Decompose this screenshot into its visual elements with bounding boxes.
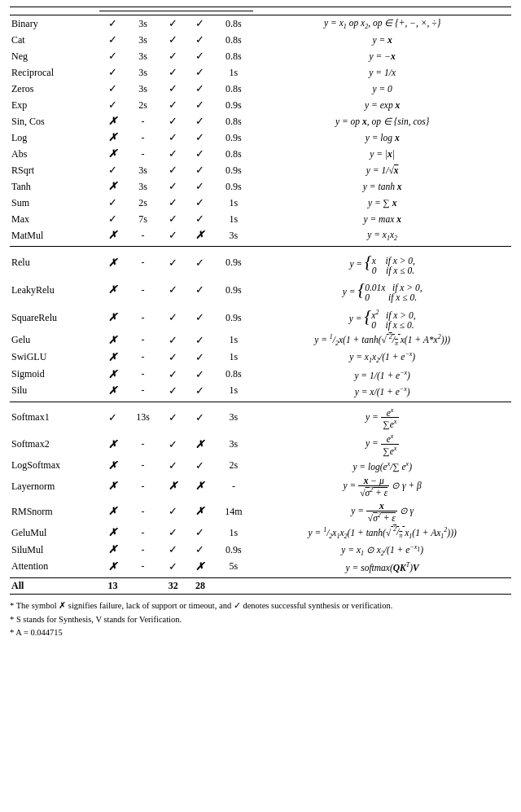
oa-v-cell: ✓ — [186, 349, 213, 366]
kernel-cell: Softmax1 — [10, 402, 99, 431]
formula-cell: y = {0.01x if x > 0,0 if x ≤ 0. — [253, 277, 511, 304]
ts-time-cell: 3s — [126, 178, 160, 195]
total-oa-v: 28 — [186, 577, 213, 594]
column-headers — [10, 7, 511, 11]
oa-v-cell: ✓ — [186, 81, 213, 97]
kernel-cell: Log — [10, 129, 99, 146]
table-row: Max ✓ 7s ✓ ✓ 1s y = max x — [10, 211, 511, 227]
ts-time-cell: - — [126, 331, 160, 349]
oa-s-cell: ✓ — [160, 559, 186, 578]
table-row: Log ✗ - ✓ ✓ 0.9s y = log x — [10, 129, 511, 146]
oa-time-cell: 1s — [214, 525, 254, 542]
oa-v-cell: ✗ — [186, 499, 213, 525]
ts-sv-cell: ✗ — [99, 113, 126, 129]
ts-time-cell: 3s — [126, 162, 160, 178]
ts-sv-cell: ✗ — [99, 499, 126, 525]
ts-sv-cell: ✗ — [99, 129, 126, 146]
footnote-2: * S stands for Synthesis, V stands for V… — [10, 613, 511, 626]
table-row: SquareRelu ✗ - ✓ ✓ 0.9s y = {x2 if x > 0… — [10, 304, 511, 331]
formula-cell: y = max x — [253, 211, 511, 227]
oa-time-cell: 1s — [214, 331, 254, 349]
total-ts-count: 13 — [99, 577, 126, 594]
formula-cell: y = x1x2 — [253, 227, 511, 247]
table-row: Zeros ✓ 3s ✓ ✓ 0.8s y = 0 — [10, 81, 511, 97]
ts-sv-cell: ✗ — [99, 431, 126, 458]
oa-v-cell: ✓ — [186, 402, 213, 431]
kernel-cell: Tanh — [10, 178, 99, 195]
kernel-cell: Sin, Cos — [10, 113, 99, 129]
formula-cell: y = tanh x — [253, 178, 511, 195]
ts-time-cell: 3s — [126, 15, 160, 33]
ts-sv-cell: ✓ — [99, 48, 126, 64]
oa-v-cell: ✓ — [186, 15, 213, 33]
oa-s-cell: ✓ — [160, 227, 186, 247]
total-oa-time — [214, 577, 254, 594]
oa-time-cell: 5s — [214, 559, 254, 578]
table-row: Exp ✓ 2s ✓ ✓ 0.9s y = exp x — [10, 97, 511, 113]
ts-time-cell: - — [126, 383, 160, 402]
oa-s-cell: ✓ — [160, 195, 186, 211]
table-row: SwiGLU ✗ - ✓ ✓ 1s y = x1x2/(1 + e−x) — [10, 349, 511, 366]
formula-cell: y = x − μ√σ2 + ε ⊙ γ + β — [253, 474, 511, 499]
oa-time-cell: 3s — [214, 431, 254, 458]
ts-time-cell: - — [126, 559, 160, 578]
ts-sv-cell: ✓ — [99, 211, 126, 227]
ts-sv-cell: ✓ — [99, 195, 126, 211]
formula-cell: y = op x, op ∈ {sin, cos} — [253, 113, 511, 129]
oa-s-cell: ✓ — [160, 211, 186, 227]
oa-s-cell: ✓ — [160, 129, 186, 146]
formula-cell: y = 1/2x1x2(1 + tanh(√ 2/π x1(1 + Ax12))… — [253, 525, 511, 542]
oa-time-cell: 1s — [214, 349, 254, 366]
ts-sv-cell: ✗ — [99, 458, 126, 474]
table-row: Reciprocal ✓ 3s ✓ ✓ 1s y = 1/x — [10, 64, 511, 81]
total-oa-s: 32 — [160, 577, 186, 594]
ts-sv-cell: ✗ — [99, 146, 126, 162]
kernel-cell: RSqrt — [10, 162, 99, 178]
table-row: Sigmoid ✗ - ✓ ✓ 0.8s y = 1/(1 + e−x) — [10, 366, 511, 383]
oa-s-cell: ✓ — [160, 113, 186, 129]
kernel-cell: Gelu — [10, 331, 99, 349]
ts-time-cell: - — [126, 113, 160, 129]
table-row: Softmax1 ✓ 13s ✓ ✓ 3s y = ex∑ex — [10, 402, 511, 431]
total-ts-time — [126, 577, 160, 594]
oa-s-cell: ✓ — [160, 525, 186, 542]
oa-time-cell: 0.9s — [214, 97, 254, 113]
kernel-header — [10, 7, 99, 15]
oa-time-cell: 0.9s — [214, 277, 254, 304]
ts-sv-cell: ✗ — [99, 304, 126, 331]
oa-v-cell: ✓ — [186, 331, 213, 349]
table-row: RMSnorm ✗ - ✓ ✗ 14m y = x√σ2 + ε ⊙ γ — [10, 499, 511, 525]
kernel-cell: Exp — [10, 97, 99, 113]
ts-sv-cell: ✓ — [99, 32, 126, 48]
oa-v-cell: ✓ — [186, 129, 213, 146]
kernel-cell: Reciprocal — [10, 64, 99, 81]
formula-cell: y = log x — [253, 129, 511, 146]
table-row: Binary ✓ 3s ✓ ✓ 0.8s y = x1 op x2, op ∈ … — [10, 15, 511, 33]
ts-sv-cell: ✓ — [99, 162, 126, 178]
ts-sv-cell: ✗ — [99, 247, 126, 277]
table-row: Abs ✗ - ✓ ✓ 0.8s y = |x| — [10, 146, 511, 162]
oa-v-cell: ✗ — [186, 227, 213, 247]
ts-sv-cell: ✓ — [99, 402, 126, 431]
oa-v-cell: ✓ — [186, 458, 213, 474]
formula-cell: y = {x2 if x > 0,0 if x ≤ 0. — [253, 304, 511, 331]
ts-sv-cell: ✗ — [99, 383, 126, 402]
ts-time-cell: 3s — [126, 64, 160, 81]
oa-s-cell: ✓ — [160, 15, 186, 33]
oa-s-cell: ✓ — [160, 247, 186, 277]
oa-v-cell: ✓ — [186, 247, 213, 277]
oa-s-cell: ✓ — [160, 349, 186, 366]
ts-time-cell: - — [126, 366, 160, 383]
oa-v-cell: ✓ — [186, 64, 213, 81]
oa-v-cell: ✓ — [186, 162, 213, 178]
formula-cell: y = x/(1 + e−x) — [253, 383, 511, 402]
oa-s-cell: ✓ — [160, 277, 186, 304]
formula-cell: y = 0 — [253, 81, 511, 97]
oa-v-cell: ✓ — [186, 178, 213, 195]
formula-cell: y = x1 op x2, op ∈ {+, −, ×, ÷} — [253, 15, 511, 33]
kernel-cell: Neg — [10, 48, 99, 64]
oa-time-cell: 1s — [214, 211, 254, 227]
ts-time-cell: - — [126, 277, 160, 304]
ts-time-cell: - — [126, 499, 160, 525]
oa-time-cell: 1s — [214, 195, 254, 211]
